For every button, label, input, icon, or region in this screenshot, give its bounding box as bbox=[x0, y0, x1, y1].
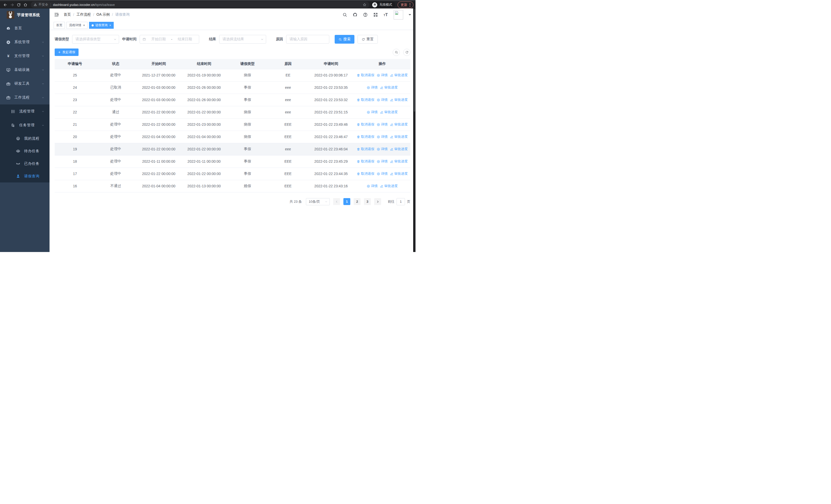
sidebar-item-label: 首页 bbox=[15, 26, 22, 31]
address-bar[interactable]: 不安全 dashboard.yudao.iocoder.cn /bpm/oa/l… bbox=[31, 2, 369, 8]
sidebar-item-基础设施[interactable]: 基础设施 bbox=[0, 63, 50, 77]
breadcrumb-item[interactable]: OA 示例 bbox=[96, 12, 110, 17]
avatar-caret-icon[interactable] bbox=[408, 14, 411, 17]
bookmark-star-icon[interactable] bbox=[363, 3, 367, 7]
breadcrumb-item[interactable]: 首页 bbox=[64, 12, 71, 17]
action-cancel-link[interactable]: 取消请假 bbox=[357, 171, 374, 176]
action-progress-link[interactable]: 审批进度 bbox=[380, 184, 398, 188]
action-detail-link[interactable]: 详情 bbox=[377, 122, 388, 127]
action-detail-link[interactable]: 详情 bbox=[377, 135, 388, 139]
cell-apply-time: 2022-01-22 23:46:47 bbox=[308, 130, 354, 143]
action-cancel-link[interactable]: 取消请假 bbox=[357, 147, 374, 151]
create-leave-button[interactable]: 发起请假 bbox=[55, 49, 79, 56]
action-cancel-link[interactable]: 取消请假 bbox=[357, 73, 374, 78]
action-detail-link[interactable]: 详情 bbox=[377, 147, 388, 151]
browser-forward-button[interactable] bbox=[9, 2, 16, 8]
action-detail-link[interactable]: 详情 bbox=[377, 73, 388, 78]
action-detail-link[interactable]: 详情 bbox=[367, 110, 377, 114]
action-progress-link[interactable]: 审批进度 bbox=[390, 122, 407, 127]
column-header: 原因 bbox=[268, 59, 308, 69]
action-progress-link[interactable]: 审批进度 bbox=[390, 159, 407, 164]
result-select[interactable]: 请选择流结果 bbox=[219, 35, 266, 43]
sidebar-item-支付管理[interactable]: ¥支付管理 bbox=[0, 49, 50, 63]
tab-close-icon[interactable]: × bbox=[83, 24, 85, 27]
action-cancel-link[interactable]: 取消请假 bbox=[357, 122, 374, 127]
prev-page-button[interactable] bbox=[333, 198, 340, 205]
chevron-down-icon bbox=[41, 82, 45, 85]
sidebar-item-请假查询[interactable]: 请假查询 bbox=[0, 170, 50, 182]
help-icon[interactable] bbox=[363, 12, 368, 17]
leave-type-select[interactable]: 请选择请假类型 bbox=[72, 35, 119, 43]
action-detail-link[interactable]: 详情 bbox=[367, 184, 377, 188]
action-cancel-link[interactable]: 取消请假 bbox=[357, 159, 374, 164]
page-button-2[interactable]: 2 bbox=[354, 198, 361, 205]
next-page-button[interactable] bbox=[374, 198, 381, 205]
table-row: 19处理中2022-01-22 00:00:002022-01-22 00:00… bbox=[55, 143, 410, 155]
table-row: 21处理中2022-01-22 00:00:002022-01-23 00:00… bbox=[55, 118, 410, 130]
breadcrumb-item[interactable]: 工作流程 bbox=[77, 12, 91, 17]
action-detail-link[interactable]: 详情 bbox=[377, 159, 388, 164]
sidebar-item-工作流程[interactable]: 工作流程 bbox=[0, 91, 50, 105]
sidebar-item-待办任务[interactable]: 待办任务 bbox=[0, 145, 50, 157]
sidebar-item-label: 我的流程 bbox=[24, 136, 39, 141]
chevron-down-icon bbox=[41, 68, 45, 71]
cell-leave-type: 事假 bbox=[227, 155, 268, 168]
security-chip[interactable]: 不安全 bbox=[34, 3, 48, 7]
action-detail-link[interactable]: 详情 bbox=[377, 171, 388, 176]
browser-reload-button[interactable] bbox=[16, 2, 22, 8]
sidebar-item-我的流程[interactable]: 我的流程 bbox=[0, 132, 50, 145]
scrollbar-thumb[interactable] bbox=[414, 9, 415, 112]
briefcase-icon bbox=[6, 95, 10, 100]
action-progress-link[interactable]: 审批进度 bbox=[390, 135, 407, 139]
reset-button[interactable]: 重置 bbox=[357, 35, 378, 43]
toggle-search-button[interactable] bbox=[393, 49, 400, 56]
jump-page-input[interactable]: 1 bbox=[397, 198, 405, 205]
leave-table: 申请编号状态开始时间结束时间请假类型原因申请时间操作 25处理中2021-12-… bbox=[55, 59, 410, 192]
page-button-1[interactable]: 1 bbox=[343, 198, 350, 205]
sidebar-item-已办任务[interactable]: 已办任务 bbox=[0, 157, 50, 170]
action-progress-link[interactable]: 审批进度 bbox=[390, 171, 407, 176]
browser-update-button[interactable]: 更新 bbox=[398, 2, 413, 8]
reason-input[interactable]: 请输入原因 bbox=[286, 35, 329, 43]
action-progress-link[interactable]: 审批进度 bbox=[390, 73, 407, 78]
fullscreen-icon[interactable] bbox=[373, 12, 378, 17]
cell-actions: 详情审批进度 bbox=[354, 81, 410, 94]
tag-view-请假查询[interactable]: 请假查询× bbox=[89, 22, 114, 29]
action-detail-link[interactable]: 详情 bbox=[367, 85, 377, 90]
chevron-up-icon bbox=[41, 124, 45, 127]
sidebar-item-流程管理[interactable]: 流程管理 bbox=[0, 105, 50, 118]
action-progress-link[interactable]: 审批进度 bbox=[380, 110, 398, 114]
github-icon[interactable] bbox=[353, 12, 357, 17]
jump-prefix: 前往 bbox=[388, 199, 395, 204]
page-button-3[interactable]: 3 bbox=[364, 198, 371, 205]
page-size-select[interactable]: 10条/页 bbox=[306, 198, 330, 205]
action-progress-link[interactable]: 审批进度 bbox=[390, 147, 407, 151]
gear-icon bbox=[6, 40, 10, 45]
tag-view-流程详情[interactable]: 流程详情× bbox=[66, 22, 87, 29]
cell-no: 22 bbox=[55, 106, 95, 118]
user-avatar[interactable] bbox=[394, 10, 403, 20]
browser-back-button[interactable] bbox=[2, 2, 9, 8]
browser-home-button[interactable] bbox=[22, 2, 29, 8]
header-search-icon[interactable] bbox=[342, 12, 347, 17]
search-button[interactable]: 搜索 bbox=[335, 35, 354, 43]
page-scrollbar[interactable] bbox=[413, 8, 416, 252]
sidebar-item-研发工具[interactable]: 研发工具 bbox=[0, 77, 50, 91]
refresh-table-button[interactable] bbox=[403, 49, 410, 56]
logo[interactable]: 芋道管理系统 bbox=[0, 8, 50, 21]
sidebar-item-首页[interactable]: 首页 bbox=[0, 21, 50, 35]
arrow-left-icon bbox=[3, 3, 7, 7]
action-progress-link[interactable]: 审批进度 bbox=[380, 85, 398, 90]
action-cancel-link[interactable]: 取消请假 bbox=[357, 135, 374, 139]
sidebar-item-任务管理[interactable]: 任务管理 bbox=[0, 118, 50, 132]
action-cancel-link[interactable]: 取消请假 bbox=[357, 97, 374, 102]
browser-menu-icon[interactable] bbox=[409, 3, 410, 7]
sidebar-item-系统管理[interactable]: 系统管理 bbox=[0, 35, 50, 49]
font-size-icon[interactable]: TT bbox=[383, 12, 388, 17]
tab-close-icon[interactable]: × bbox=[109, 24, 111, 27]
action-progress-link[interactable]: 审批进度 bbox=[390, 97, 407, 102]
apply-time-range-picker[interactable]: 开始日期 - 结束日期 bbox=[140, 35, 199, 43]
tag-view-首页[interactable]: 首页 bbox=[54, 22, 65, 29]
sidebar-fold-icon[interactable] bbox=[54, 12, 59, 17]
action-detail-link[interactable]: 详情 bbox=[377, 97, 388, 102]
